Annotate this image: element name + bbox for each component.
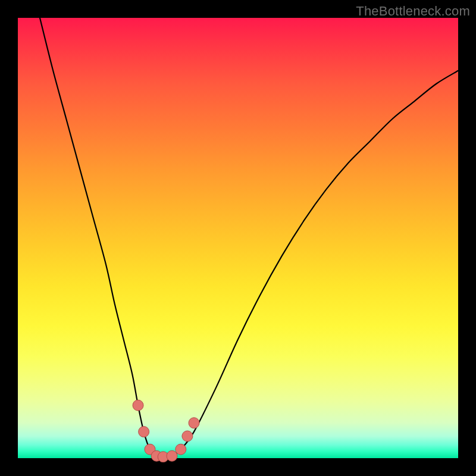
chart-svg — [18, 18, 458, 458]
curve-marker — [176, 444, 186, 455]
curve-marker — [133, 400, 143, 411]
curve-marker — [139, 427, 149, 437]
curve-marker — [189, 418, 199, 428]
watermark-text: TheBottleneck.com — [356, 4, 470, 19]
curve-marker — [182, 431, 193, 441]
chart-frame: TheBottleneck.com — [0, 0, 476, 476]
plot-area — [18, 18, 458, 458]
curve-markers — [133, 400, 199, 462]
bottleneck-curve — [40, 18, 458, 457]
curve-marker — [167, 450, 177, 461]
